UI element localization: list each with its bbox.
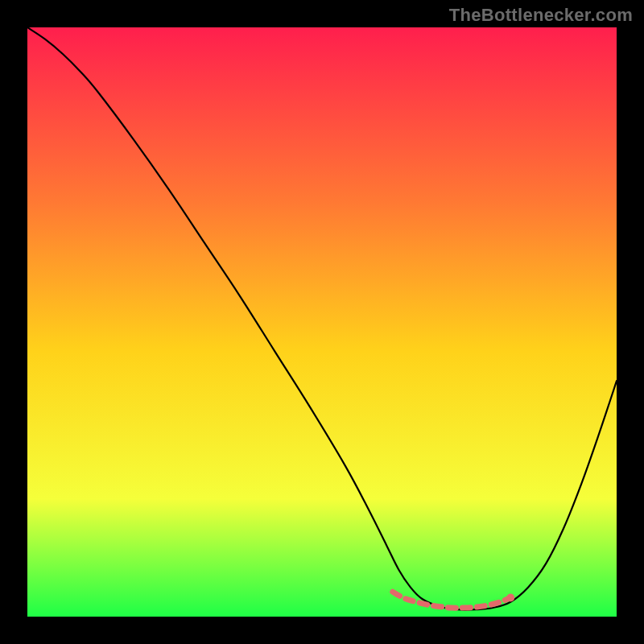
chart-svg — [27, 27, 617, 617]
plot-area — [27, 27, 617, 617]
optimal-range-end-dot — [506, 594, 514, 602]
chart-frame: TheBottlenecker.com — [0, 0, 644, 644]
attribution-label: TheBottlenecker.com — [449, 5, 633, 26]
